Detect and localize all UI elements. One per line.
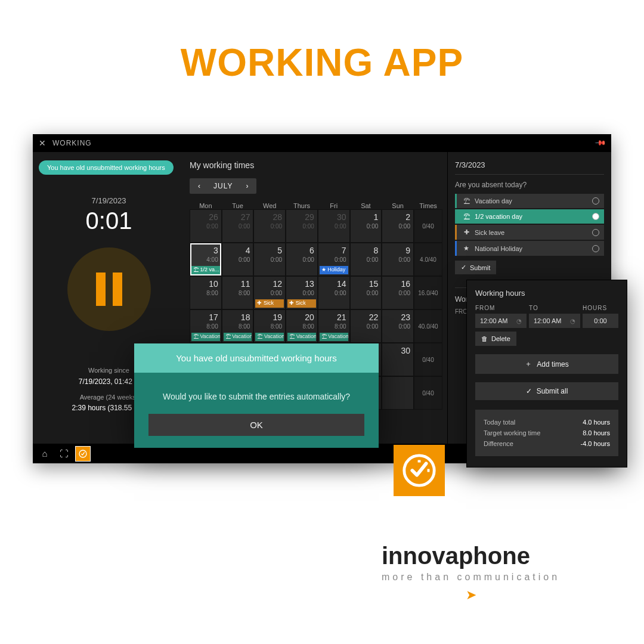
radio-indicator: [592, 213, 599, 220]
absence-option[interactable]: ✚Sick leave: [455, 225, 604, 240]
working-app-icon[interactable]: [76, 447, 90, 461]
absence-option[interactable]: ★National Holiday: [455, 241, 604, 256]
calendar-row: 108:00118:00120:00✚ Sick130:00✚ Sick140:…: [190, 276, 442, 309]
week-times: 4.0/40: [414, 243, 442, 276]
selected-date: 7/3/2023: [455, 160, 604, 175]
calendar-cell[interactable]: 130:00✚ Sick: [286, 276, 318, 309]
to-input[interactable]: 12:00 AM◔: [529, 314, 580, 328]
page-title: WORKING APP: [0, 41, 644, 85]
brand-name: innovaphone: [382, 543, 560, 569]
calendar-cell[interactable]: 230:00: [382, 309, 414, 343]
calendar-cell[interactable]: 60:00: [286, 243, 318, 276]
calendar-header-cell: Sun: [382, 202, 414, 209]
week-times: 0/40: [414, 343, 442, 376]
calendar-cell[interactable]: 20:00: [382, 209, 414, 243]
home-icon[interactable]: ⌂: [38, 447, 52, 461]
calendar-cell[interactable]: 120:00✚ Sick: [253, 276, 286, 309]
calendar-header-cell: Fri: [318, 202, 350, 209]
submit-button[interactable]: ✓ Submit: [455, 261, 496, 274]
absence-icon: ⛱: [462, 213, 471, 220]
absence-label: 1/2 vacation day: [475, 213, 522, 220]
absence-option[interactable]: ⛱1/2 vacation day: [455, 209, 604, 224]
next-month-button[interactable]: ›: [241, 181, 253, 191]
calendar-cell[interactable]: 208:00⛱ Vacation: [286, 309, 318, 343]
from-input[interactable]: 12:00 AM◔: [475, 314, 527, 328]
week-times: 16.0/40: [414, 276, 442, 309]
absence-list: ⛱Vacation day⛱1/2 vacation day✚Sick leav…: [455, 194, 604, 256]
calendar-row: 260:00270:00280:00290:00300:0010:0020:00…: [190, 209, 442, 243]
col-hours: HOURS: [583, 305, 618, 311]
day-tag: ⛱ Vacation: [287, 333, 316, 341]
calendar-cell[interactable]: 160:00: [382, 276, 414, 309]
popup-message: Would you like to submit the entries aut…: [148, 391, 364, 403]
calendar-cell[interactable]: 260:00: [190, 209, 222, 243]
absence-option[interactable]: ⛱Vacation day: [455, 194, 604, 208]
month-navigator: ‹ JULY ›: [190, 178, 256, 194]
stats-block: Today total4.0 hours Target working time…: [475, 410, 618, 456]
trash-icon: 🗑: [481, 335, 488, 342]
panel-title: Working hours: [475, 289, 618, 298]
calendar-cell[interactable]: 90:00: [382, 243, 414, 276]
target-value: 8.0 hours: [583, 429, 610, 436]
calendar-cell[interactable]: 270:00: [222, 209, 254, 243]
check-icon: ✓: [526, 387, 532, 395]
calendar-cell[interactable]: 40:00: [222, 243, 254, 276]
calendar-cell[interactable]: 300:00: [318, 209, 350, 243]
radio-indicator: [592, 229, 599, 236]
day-tag: ✚ Sick: [287, 299, 316, 308]
pause-button[interactable]: [67, 247, 151, 331]
calendar-cell[interactable]: [382, 376, 414, 410]
pin-icon[interactable]: 📌: [594, 137, 606, 149]
check-icon: ✓: [461, 264, 466, 271]
timer-elapsed: 0:01: [39, 208, 179, 234]
ok-button[interactable]: OK: [148, 414, 364, 436]
calendar-cell[interactable]: 188:00⛱ Vacation: [222, 309, 254, 343]
calendar-cell[interactable]: 218:00⛱ Vacation: [318, 309, 350, 343]
delete-button[interactable]: 🗑 Delete: [475, 332, 516, 346]
col-from: FROM: [475, 305, 529, 311]
calendar-cell[interactable]: 10:00: [350, 209, 382, 243]
difference-value: -4.0 hours: [580, 440, 610, 447]
absence-icon: ⛱: [462, 197, 471, 205]
calendar-cell[interactable]: 150:00: [350, 276, 382, 309]
app-launcher-icon: [394, 445, 445, 496]
calendar-cell[interactable]: 290:00: [286, 209, 318, 243]
calendar-header: MonTueWedThursFriSatSunTimes: [190, 202, 442, 209]
day-tag: ⛱ Vacation: [320, 333, 348, 341]
calendar-cell[interactable]: 118:00: [222, 276, 254, 309]
calendar-cell[interactable]: 30: [382, 343, 414, 376]
plus-icon: ＋: [525, 359, 532, 369]
day-tag: ✚ Sick: [255, 299, 284, 308]
calendar-cell[interactable]: 80:00: [350, 243, 382, 276]
calendar-cell[interactable]: 178:00⛱ Vacation: [190, 309, 222, 343]
day-tag: ⛱ 1/2 va...: [191, 266, 220, 274]
calendar-cell[interactable]: 280:00: [253, 209, 286, 243]
notice-pill[interactable]: You have old unsubmitted working hours: [39, 160, 174, 175]
calendar-header-cell: Times: [414, 202, 442, 209]
day-tag: ⛱ Vacation: [224, 333, 252, 341]
absence-label: Sick leave: [475, 229, 504, 236]
target-label: Target working time: [484, 429, 540, 436]
add-times-button[interactable]: ＋ Add times: [475, 354, 618, 374]
calendar-cell[interactable]: 108:00: [190, 276, 222, 309]
submit-label: Submit: [470, 264, 490, 271]
submit-all-button[interactable]: ✓ Submit all: [475, 382, 618, 400]
calendar-cell[interactable]: 198:00⛱ Vacation: [253, 309, 286, 343]
clock-icon: ◔: [516, 318, 522, 324]
calendar-cell[interactable]: 50:00: [253, 243, 286, 276]
absence-question: Are you absent today?: [455, 181, 604, 189]
prev-month-button[interactable]: ‹: [193, 181, 205, 191]
today-total-label: Today total: [484, 419, 515, 426]
calendar-cell[interactable]: 220:00: [350, 309, 382, 343]
calendar-header-cell: Mon: [190, 202, 222, 209]
calendar-cell[interactable]: 34:00⛱ 1/2 va...: [190, 243, 222, 276]
calendar-cell[interactable]: 70:00★ Holiday: [318, 243, 350, 276]
close-icon[interactable]: ✕: [39, 138, 47, 148]
fullscreen-icon[interactable]: ⛶: [57, 447, 71, 461]
absence-icon: ★: [462, 244, 471, 252]
absence-label: National Holiday: [475, 245, 522, 252]
calendar-header-cell: Thurs: [286, 202, 318, 209]
calendar-cell[interactable]: 140:00: [318, 276, 350, 309]
radio-indicator: [592, 197, 599, 205]
col-to: TO: [529, 305, 583, 311]
